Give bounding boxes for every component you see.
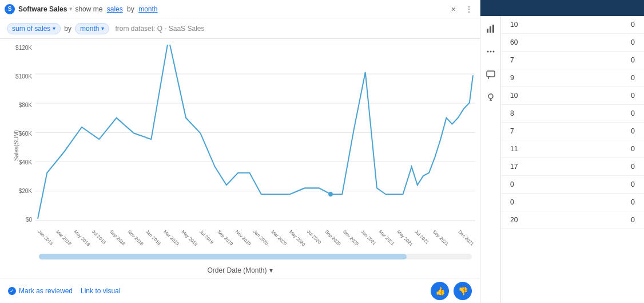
main-panel: S Software Sales ▾ show me sales by mont… xyxy=(0,0,480,303)
thumbdown-icon: 👎 xyxy=(458,286,468,296)
row-label: 60 xyxy=(510,38,518,46)
query-dimension-link[interactable]: month xyxy=(138,5,157,13)
metric-pill-arrow: ▾ xyxy=(53,25,55,32)
check-icon: ✓ xyxy=(8,287,16,295)
header-query: show me sales by month xyxy=(75,5,448,13)
row-value: 0 xyxy=(631,56,635,64)
data-row: 110 xyxy=(501,140,644,158)
svg-text:Nov 2019: Nov 2019 xyxy=(234,229,252,247)
data-table: 100600709010080701101700000200 xyxy=(501,16,644,303)
svg-point-38 xyxy=(488,94,493,99)
x-axis-dropdown-icon[interactable]: ▾ xyxy=(269,266,273,274)
svg-text:Mar 2019: Mar 2019 xyxy=(162,229,180,247)
y-label-60k: $60K xyxy=(19,131,32,137)
y-label-20k: $20K xyxy=(19,188,32,194)
data-row: 100 xyxy=(501,87,644,105)
close-button[interactable]: × xyxy=(449,3,458,15)
sidebar-header xyxy=(480,0,644,16)
y-axis-labels: $120K $100K $80K $60K $40K $20K $0 xyxy=(9,45,34,223)
svg-text:Dec 2021: Dec 2021 xyxy=(457,229,475,247)
row-label: 17 xyxy=(510,163,518,171)
mark-reviewed-label: Mark as reviewed xyxy=(19,287,73,295)
data-row: 80 xyxy=(501,105,644,123)
svg-point-35 xyxy=(490,51,491,53)
row-value: 0 xyxy=(631,74,635,82)
row-value: 0 xyxy=(631,92,635,100)
row-value: 0 xyxy=(631,38,635,46)
scrollbar-area[interactable] xyxy=(0,251,480,264)
ellipsis-icon-btn[interactable] xyxy=(483,44,499,60)
metric-pill-label: sum of sales xyxy=(12,25,50,33)
svg-text:Sep 2019: Sep 2019 xyxy=(216,229,234,247)
row-label: 0 xyxy=(510,198,514,206)
svg-text:May 2021: May 2021 xyxy=(396,229,414,247)
svg-point-36 xyxy=(492,51,494,53)
header-bar: S Software Sales ▾ show me sales by mont… xyxy=(0,0,480,18)
svg-text:May 2019: May 2019 xyxy=(181,229,199,247)
data-row: 00 xyxy=(501,194,644,211)
svg-rect-31 xyxy=(487,29,488,33)
svg-rect-37 xyxy=(487,71,495,77)
x-labels-svg: Jan 2018 Mar 2018 May 2018 Jul 2018 Sep … xyxy=(35,226,475,251)
query-metric-link[interactable]: sales xyxy=(107,5,123,13)
svg-text:Sep 2020: Sep 2020 xyxy=(324,229,341,247)
row-label: 10 xyxy=(510,21,518,29)
row-value: 0 xyxy=(631,145,635,153)
x-axis-title-text: Order Date (Month) xyxy=(207,266,267,274)
dimension-pill-arrow: ▾ xyxy=(101,25,104,32)
data-row: 200 xyxy=(501,211,644,229)
bar-chart-icon-btn[interactable] xyxy=(483,21,499,37)
right-sidebar: 100600709010080701101700000200 xyxy=(480,0,644,303)
row-label: 10 xyxy=(510,92,518,100)
row-value: 0 xyxy=(631,216,635,224)
row-label: 7 xyxy=(510,127,514,135)
row-label: 8 xyxy=(510,109,514,117)
chart-area: Sales(SUM) $120K $100K $80K $60K $40K $2… xyxy=(0,39,480,251)
y-label-120k: $120K xyxy=(15,45,32,51)
data-row: 70 xyxy=(501,52,644,69)
dimension-pill-label: month xyxy=(80,25,99,33)
svg-text:Jul 2021: Jul 2021 xyxy=(414,229,430,245)
footer-right: 👍 👎 xyxy=(431,282,472,300)
svg-text:Sep 2021: Sep 2021 xyxy=(432,229,450,247)
thumbup-icon: 👍 xyxy=(435,286,445,296)
row-value: 0 xyxy=(631,109,635,117)
scrollbar-track[interactable] xyxy=(39,254,472,259)
x-axis-title: Order Date (Month) ▾ xyxy=(0,264,480,278)
y-label-0: $0 xyxy=(26,217,32,223)
app-title: Software Sales xyxy=(18,5,67,13)
thumbdown-button[interactable]: 👎 xyxy=(454,282,472,300)
svg-text:Mar 2018: Mar 2018 xyxy=(55,229,73,247)
svg-text:May 2020: May 2020 xyxy=(288,229,307,247)
svg-point-34 xyxy=(487,51,488,53)
data-row: 70 xyxy=(501,123,644,140)
svg-text:Jan 2020: Jan 2020 xyxy=(252,229,269,246)
row-value: 0 xyxy=(631,127,635,135)
row-label: 0 xyxy=(510,180,514,188)
y-label-40k: $40K xyxy=(19,159,32,166)
thumbup-button[interactable]: 👍 xyxy=(431,282,449,300)
link-visual-label: Link to visual xyxy=(81,287,120,295)
more-button[interactable]: ⋮ xyxy=(463,3,475,15)
mark-reviewed-button[interactable]: ✓ Mark as reviewed xyxy=(8,287,73,295)
dimension-pill[interactable]: month ▾ xyxy=(75,23,109,34)
title-dropdown-icon[interactable]: ▾ xyxy=(69,5,73,13)
svg-text:Nov 2020: Nov 2020 xyxy=(342,229,360,247)
svg-rect-33 xyxy=(492,25,494,33)
scrollbar-thumb[interactable] xyxy=(39,254,407,259)
svg-text:Jan 2018: Jan 2018 xyxy=(37,229,54,246)
metric-pill[interactable]: sum of sales ▾ xyxy=(7,23,61,34)
cursor-dot xyxy=(328,192,333,197)
bulb-icon-btn[interactable] xyxy=(483,89,499,105)
svg-text:Mar 2020: Mar 2020 xyxy=(270,229,288,247)
svg-rect-32 xyxy=(490,26,491,33)
comment-icon-btn[interactable] xyxy=(483,66,499,82)
row-value: 0 xyxy=(631,163,635,171)
row-label: 11 xyxy=(510,145,518,153)
x-axis-labels: Jan 2018 Mar 2018 May 2018 Jul 2018 Sep … xyxy=(35,224,475,251)
chart-svg-container xyxy=(35,45,475,222)
link-visual-button[interactable]: Link to visual xyxy=(81,287,120,295)
svg-text:Mar 2021: Mar 2021 xyxy=(378,229,396,247)
by-label: by xyxy=(64,25,71,33)
sidebar-icons xyxy=(480,16,501,303)
